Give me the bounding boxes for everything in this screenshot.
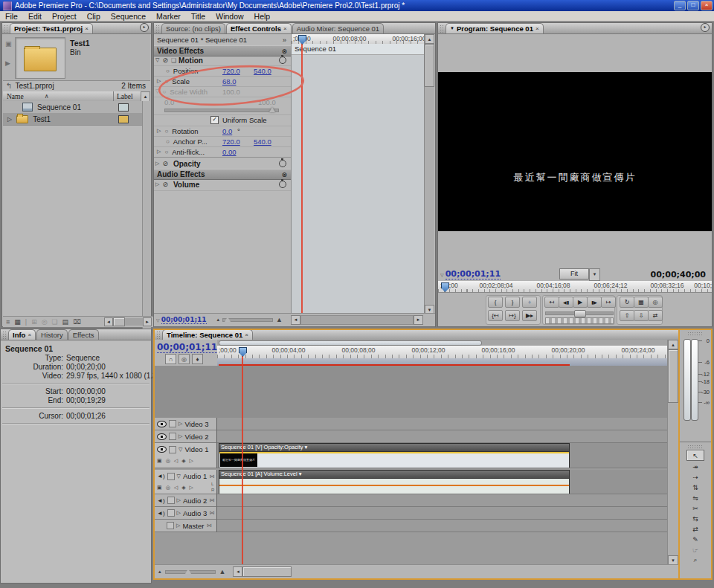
viewing-area-bar[interactable] [219,340,482,346]
encore-chapter-marker-icon[interactable]: ◎ [178,354,190,364]
panel-menu-icon[interactable]: ▸ [701,23,710,32]
pen-tool[interactable]: ✎ [687,534,704,544]
toggle-animation-icon[interactable] [279,181,286,188]
tab-close-icon[interactable]: × [28,330,31,340]
track-content-video2[interactable] [217,430,668,443]
zoom-in-icon[interactable]: ▲ [219,568,226,575]
position-y-value[interactable]: 540.0 [254,67,271,75]
program-current-time[interactable]: 00;00;01;11 [446,269,501,280]
fx-enabled-icon[interactable]: ⊘ [162,160,168,167]
tab-program[interactable]: ▼ Program: Sequence 01 × [446,23,544,33]
toggle-animation-icon[interactable] [279,160,286,167]
maximize-button[interactable]: □ [687,1,699,10]
expand-icon[interactable]: ▷ [178,433,182,439]
show-keyframes-icon[interactable]: ◎ [166,485,170,491]
label-swatch[interactable] [118,115,129,123]
ec-vscrollbar[interactable]: ▲ ▼ [424,34,434,314]
expand-icon[interactable]: ▷ [176,523,180,529]
expand-icon[interactable]: ▷ [178,421,182,427]
lock-track-icon[interactable] [169,446,176,453]
menu-marker[interactable]: Marker [151,12,186,21]
tab-timeline[interactable]: Timeline: Sequence 01 × [162,330,253,340]
ripple-edit-tool[interactable]: ⇢ [687,472,704,482]
menu-title[interactable]: Title [186,12,210,21]
snap-toggle-icon[interactable]: ∩ [165,354,176,364]
close-button[interactable]: × [701,1,713,10]
selection-tool[interactable]: ↖ [686,450,704,461]
panel-gripper[interactable] [687,332,704,335]
tab-project[interactable]: Project: Test1.prproj × [10,23,93,33]
column-label[interactable]: Label [117,93,133,100]
lift-button[interactable]: ⇧ [620,310,634,321]
panel-gripper[interactable] [687,445,704,448]
antiflicker-value[interactable]: 0.00 [222,148,237,156]
menu-help[interactable]: Help [249,12,276,21]
anim-toggle-icon[interactable]: ○ [166,138,170,145]
program-monitor[interactable]: 最近幫一間廠商做宣傳片 [438,72,712,231]
speaker-icon[interactable]: ◄) [157,510,165,517]
find-icon[interactable]: ◎ [42,318,48,326]
lock-track-icon[interactable] [167,509,175,517]
menu-file[interactable]: File [0,12,23,21]
step-back-button[interactable]: ◀▮ [559,297,573,308]
menu-project[interactable]: Project [47,12,82,21]
panel-menu-icon[interactable]: ▸ [140,23,149,32]
play-preview-icon[interactable]: ▶ [5,59,10,67]
add-keyframe-icon[interactable]: ◈ [181,458,185,464]
scroll-left-icon[interactable]: ◄ [233,566,242,577]
tab-close-icon[interactable]: × [245,330,248,340]
rolling-edit-tool[interactable]: ⇅ [687,482,704,492]
expand-icon[interactable]: ▷ [177,510,181,516]
lock-track-icon[interactable] [169,420,176,427]
toggle-track-output-icon[interactable] [157,421,167,427]
panel-gripper[interactable] [4,25,8,33]
show-keyframes-icon[interactable]: ◎ [166,458,170,464]
slider-thumb[interactable] [225,317,231,322]
flyout-icon[interactable]: ▼ [450,24,454,33]
anchor-y-value[interactable]: 540.0 [254,138,271,146]
expand-icon[interactable]: ▷ [157,78,161,84]
scale-value[interactable]: 68.0 [222,77,237,85]
show-timeline-icon[interactable]: » [283,36,286,44]
previous-keyframe-icon[interactable]: ◁ [174,485,178,491]
collapse-section-icon[interactable]: ⊗ [281,48,287,55]
toggle-track-output-icon[interactable] [157,446,167,453]
list-view-icon[interactable]: ≡ [6,318,10,326]
extract-button[interactable]: ⇩ [634,310,649,321]
trim-button[interactable]: ⇄ [648,310,663,321]
ec-hscrollbar[interactable]: ◄ ► [291,315,423,324]
tab-source[interactable]: Source: (no clips) [161,23,225,33]
project-vscrollbar[interactable] [142,101,151,337]
scroll-right-icon[interactable]: ► [143,317,152,326]
anim-toggle-icon[interactable]: ○ [164,149,168,155]
scroll-right-icon[interactable]: ► [414,315,423,325]
scale-width-slider[interactable] [164,109,279,112]
sort-asc-icon[interactable]: ∧ [45,93,49,100]
lock-track-icon[interactable] [167,522,174,529]
icon-view-icon[interactable]: ▦ [14,318,21,326]
track-content-video3[interactable] [217,418,668,430]
expand-icon[interactable]: ▷ [155,161,159,167]
timeline-playhead-line[interactable] [242,349,243,565]
panel-gripper[interactable] [440,25,444,33]
collapse-icon[interactable]: ▽ [178,447,182,453]
tab-effect-controls[interactable]: Effect Controls × [226,23,292,33]
tab-close-icon[interactable]: × [85,24,89,33]
set-in-button[interactable]: { [488,297,503,308]
lock-track-icon[interactable] [169,433,176,440]
program-time-ruler[interactable]: ;00;00 00;02;08;04 00;04;16;08 00;06;24;… [438,281,712,293]
toggle-animation-icon[interactable] [279,56,286,64]
expand-icon[interactable]: ▷ [157,149,161,155]
rotation-value[interactable]: 0.0 [222,127,232,135]
speaker-icon[interactable]: ◄) [157,473,165,479]
opacity-rubber-band[interactable] [219,452,569,453]
track-content-master[interactable] [217,520,668,532]
next-keyframe-icon[interactable]: ▷ [190,485,193,491]
panel-gripper[interactable] [155,25,160,33]
menu-sequence[interactable]: Sequence [106,12,151,21]
slider-thumb[interactable] [185,569,191,574]
audio-clip[interactable]: Sequence 01 [A] Volume:Level ▾ [219,470,570,494]
volume-effect-row[interactable]: ▷ ⊘ Volume [154,178,291,191]
lock-track-icon[interactable] [167,473,175,480]
collapse-icon[interactable]: ▽ [155,88,159,94]
